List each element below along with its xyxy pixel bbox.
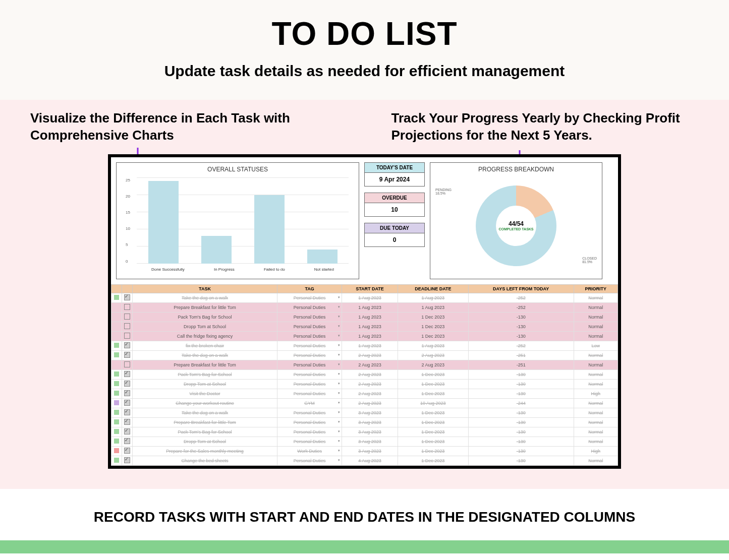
checkbox[interactable] [124,381,130,387]
start-date-cell[interactable]: 2 Aug 2023 [342,398,398,408]
tag-cell[interactable]: Personal Duties [277,379,342,389]
tag-cell[interactable]: Personal Duties [277,360,342,369]
task-cell[interactable]: Dropp Tom at School [133,322,277,331]
checkbox[interactable] [124,333,130,339]
checkbox[interactable] [124,314,130,320]
task-cell[interactable]: Prepare Breakfast for little Tom [133,360,277,369]
tag-cell[interactable]: GYM [277,398,342,408]
table-row[interactable]: Pack Tom's Bag for SchoolPersonal Duties… [111,312,618,322]
tag-cell[interactable]: Personal Duties [277,350,342,360]
task-cell[interactable]: fix the broken chair [133,341,277,350]
column-header[interactable]: DEADLINE DATE [398,284,468,293]
table-row[interactable]: Prepare Breakfast for little TomPersonal… [111,360,618,369]
task-cell[interactable]: Dropp Tom at School [133,437,277,446]
column-header[interactable]: TASK [133,284,277,293]
start-date-cell[interactable]: 3 Aug 2023 [342,427,398,437]
priority-cell[interactable]: Normal [574,322,618,331]
deadline-cell[interactable]: 1 Dec 2023 [398,427,468,437]
tag-cell[interactable]: Personal Duties [277,341,342,350]
start-date-cell[interactable]: 1 Aug 2023 [342,331,398,341]
tag-cell[interactable]: Personal Duties [277,331,342,341]
priority-cell[interactable]: High [574,446,618,456]
deadline-cell[interactable]: 1 Dec 2023 [398,331,468,341]
table-row[interactable]: Visit the DoctorPersonal Duties2 Aug 202… [111,389,618,398]
priority-cell[interactable]: Normal [574,398,618,408]
priority-cell[interactable]: Normal [574,369,618,379]
table-row[interactable]: Change the bed sheetsPersonal Duties4 Au… [111,456,618,465]
checkbox[interactable] [124,400,130,406]
table-row[interactable]: Prepare Breakfast for little TomPersonal… [111,417,618,427]
start-date-cell[interactable]: 1 Aug 2023 [342,312,398,322]
priority-cell[interactable]: Normal [574,360,618,369]
tag-cell[interactable]: Personal Duties [277,408,342,417]
task-cell[interactable]: Prepare Breakfast for little Tom [133,417,277,427]
deadline-cell[interactable]: 1 Dec 2023 [398,312,468,322]
deadline-cell[interactable]: 1 Dec 2023 [398,369,468,379]
checkbox[interactable] [124,323,130,329]
table-row[interactable]: fix the broken chairPersonal Duties1 Aug… [111,341,618,350]
start-date-cell[interactable]: 3 Aug 2023 [342,446,398,456]
task-cell[interactable]: Change the bed sheets [133,456,277,465]
task-cell[interactable]: Pack Tom's Bag for School [133,369,277,379]
column-header[interactable]: START DATE [342,284,398,293]
start-date-cell[interactable]: 1 Aug 2023 [342,302,398,312]
table-row[interactable]: Dropp Tom at SchoolPersonal Duties2 Aug … [111,379,618,389]
checkbox[interactable] [124,390,130,396]
deadline-cell[interactable]: 1 Aug 2023 [398,293,468,302]
start-date-cell[interactable]: 1 Aug 2023 [342,322,398,331]
start-date-cell[interactable]: 3 Aug 2023 [342,408,398,417]
table-row[interactable]: Take the dog on a walkPersonal Duties3 A… [111,408,618,417]
deadline-cell[interactable]: 2 Aug 2023 [398,350,468,360]
column-header[interactable]: DAYS LEFT FROM TODAY [468,284,574,293]
priority-cell[interactable]: Normal [574,408,618,417]
checkbox[interactable] [124,409,130,415]
start-date-cell[interactable]: 2 Aug 2023 [342,389,398,398]
deadline-cell[interactable]: 1 Dec 2023 [398,437,468,446]
table-row[interactable]: Take the dog on a walkPersonal Duties1 A… [111,293,618,302]
priority-cell[interactable]: Normal [574,293,618,302]
deadline-cell[interactable]: 1 Dec 2023 [398,446,468,456]
task-cell[interactable]: Prepare for the Sales monthly meeting [133,446,277,456]
deadline-cell[interactable]: 2 Aug 2023 [398,360,468,369]
task-cell[interactable]: Pack Tom's Bag for School [133,312,277,322]
task-cell[interactable]: Dropp Tom at School [133,379,277,389]
table-row[interactable]: Dropp Tom at SchoolPersonal Duties1 Aug … [111,322,618,331]
task-cell[interactable]: Call the fridge fixing agency [133,331,277,341]
column-header[interactable]: TAG [277,284,342,293]
priority-cell[interactable]: Normal [574,312,618,322]
table-row[interactable]: Prepare Breakfast for little TomPersonal… [111,302,618,312]
start-date-cell[interactable]: 3 Aug 2023 [342,417,398,427]
task-cell[interactable]: Take the dog on a walk [133,408,277,417]
tag-cell[interactable]: Personal Duties [277,456,342,465]
tag-cell[interactable]: Personal Duties [277,369,342,379]
priority-cell[interactable]: Normal [574,350,618,360]
priority-cell[interactable]: Normal [574,437,618,446]
priority-cell[interactable]: Normal [574,417,618,427]
table-row[interactable]: Dropp Tom at SchoolPersonal Duties3 Aug … [111,437,618,446]
checkbox[interactable] [124,448,130,454]
checkbox[interactable] [124,438,130,444]
checkbox[interactable] [124,352,130,358]
priority-cell[interactable]: Normal [574,302,618,312]
tag-cell[interactable]: Personal Duties [277,293,342,302]
start-date-cell[interactable]: 2 Aug 2023 [342,369,398,379]
table-row[interactable]: Pack Tom's Bag for SchoolPersonal Duties… [111,427,618,437]
table-row[interactable]: Take the dog on a walkPersonal Duties2 A… [111,350,618,360]
task-table[interactable]: TASKTAGSTART DATEDEADLINE DATEDAYS LEFT … [111,284,618,466]
tag-cell[interactable]: Personal Duties [277,389,342,398]
task-cell[interactable]: Pack Tom's Bag for School [133,427,277,437]
deadline-cell[interactable]: 10 Aug 2023 [398,398,468,408]
deadline-cell[interactable]: 1 Dec 2023 [398,408,468,417]
priority-cell[interactable]: Normal [574,427,618,437]
deadline-cell[interactable]: 1 Dec 2023 [398,379,468,389]
task-cell[interactable]: Take the dog on a walk [133,293,277,302]
checkbox[interactable] [124,342,130,348]
start-date-cell[interactable]: 2 Aug 2023 [342,379,398,389]
priority-cell[interactable]: Normal [574,456,618,465]
deadline-cell[interactable]: 1 Dec 2023 [398,322,468,331]
task-cell[interactable]: Visit the Doctor [133,389,277,398]
checkbox[interactable] [124,294,130,300]
priority-cell[interactable]: Normal [574,379,618,389]
checkbox[interactable] [124,304,130,310]
table-row[interactable]: Change your workout routineGYM2 Aug 2023… [111,398,618,408]
